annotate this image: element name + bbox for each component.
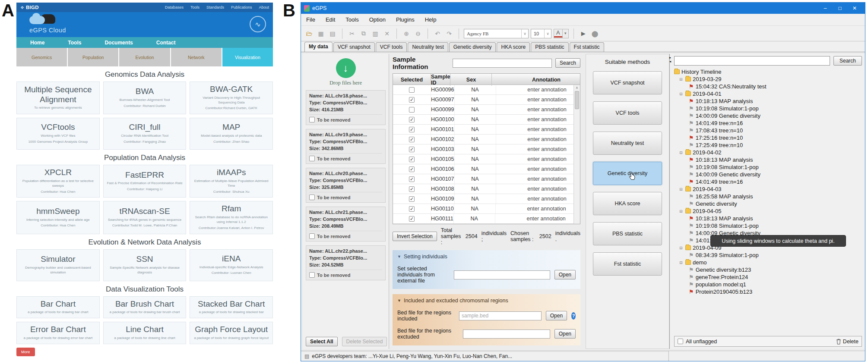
table-row[interactable]: HG00111NAenter annotation bbox=[393, 214, 573, 224]
tool-card-multiple-sequence-alignment[interactable]: Multiple Sequence AlignmentTo retrieve g… bbox=[16, 82, 100, 114]
annotation-cell[interactable]: enter annotation bbox=[496, 105, 599, 114]
tree-search-button[interactable]: Search bbox=[833, 56, 862, 66]
column-header-sex[interactable]: Sex bbox=[450, 74, 492, 86]
tab-hka-score[interactable]: HKA score bbox=[497, 42, 530, 52]
tree-item[interactable]: ⚑08:34:39 Simulator:1-pop bbox=[674, 251, 862, 259]
tree-item[interactable]: ⚑14:00:09 Genetic diversity bbox=[674, 171, 862, 178]
table-row[interactable]: HG00108NAenter annotation bbox=[393, 184, 573, 194]
tree-item[interactable]: ⚑17:25:16 tree:n=10 bbox=[674, 134, 862, 141]
file-dropzone[interactable]: ↓ Drop files here bbox=[306, 57, 386, 86]
method-button-hka-score[interactable]: HKA score bbox=[593, 192, 662, 215]
column-header-selected[interactable]: Selected bbox=[393, 74, 431, 86]
open-file-icon[interactable]: 🗁 bbox=[304, 29, 314, 38]
to-be-removed-checkbox[interactable] bbox=[309, 272, 315, 278]
external-file-input[interactable] bbox=[454, 270, 550, 279]
tool-card-hmmsweep[interactable]: hmmSweepInferring selection intensity an… bbox=[16, 201, 100, 234]
topbar-link-publications[interactable]: Publications bbox=[231, 5, 252, 9]
tool-card-simulator[interactable]: SimulatorDemography builder and coalesce… bbox=[16, 249, 100, 281]
zoom-in-icon[interactable]: ⊕ bbox=[402, 29, 411, 38]
stop-icon[interactable]: ⬤ bbox=[590, 29, 600, 38]
row-checkbox[interactable] bbox=[409, 157, 415, 162]
tree-group-2019-04-01[interactable]: ⊟2019-04-01 bbox=[674, 90, 862, 97]
topbar-link-databases[interactable]: Databases bbox=[165, 5, 184, 9]
tree-root[interactable]: History Timeline bbox=[674, 68, 862, 75]
minimize-button[interactable]: – bbox=[818, 3, 833, 14]
file-card[interactable]: Name: ALL.chr19.phase...Type: CompressVC… bbox=[306, 129, 386, 164]
bed-included-open-button[interactable]: Open bbox=[546, 311, 567, 320]
bigd-brand[interactable]: ❖ BIGD bbox=[20, 5, 39, 10]
annotation-cell[interactable]: enter annotation bbox=[496, 184, 599, 194]
table-row[interactable]: HG00107NAenter annotation bbox=[393, 174, 573, 184]
tool-card-bar-chart[interactable]: Bar Charta package of tools for drawing … bbox=[16, 296, 100, 319]
expander-icon[interactable]: ⊟ bbox=[679, 187, 684, 191]
tree-item[interactable]: ⚑geneTree:Protein124 bbox=[674, 273, 862, 281]
tree-item[interactable]: ⚑Genetic diversity bbox=[674, 200, 862, 207]
tree-item[interactable]: ⚑17:08:43 tree:n=10 bbox=[674, 127, 862, 134]
table-row[interactable]: HG00097NAenter annotation bbox=[393, 95, 573, 105]
print-icon[interactable]: ▤ bbox=[328, 29, 337, 38]
paste-icon[interactable]: ▥ bbox=[371, 29, 380, 38]
tool-card-map[interactable]: MAPModel-based analysis of proteomic dat… bbox=[190, 118, 273, 150]
nav-item-home[interactable]: Home bbox=[30, 40, 44, 46]
tree-group-demo[interactable]: ⊟demo bbox=[674, 259, 862, 266]
tree-item[interactable]: ⚑16:25:58 MAP analysis bbox=[674, 193, 862, 200]
method-button-vcf-snapshot[interactable]: VCF snapshot bbox=[593, 71, 662, 94]
splitter-collapse-icons[interactable]: ▸◂ bbox=[669, 56, 671, 63]
annotation-cell[interactable]: enter annotation bbox=[496, 85, 599, 94]
file-card[interactable]: Name: ALL.chr18.phase...Type: CompressVC… bbox=[306, 90, 386, 125]
tree-item[interactable]: ⚑10:18:13 MAP analysis bbox=[674, 156, 862, 163]
method-button-vcf-tools[interactable]: VCF tools bbox=[593, 101, 662, 125]
tree-group-2019-04-03[interactable]: ⊟2019-04-03 bbox=[674, 185, 862, 193]
annotation-cell[interactable]: enter annotation bbox=[496, 194, 599, 204]
menu-plugins[interactable]: Plugins bbox=[396, 16, 415, 23]
row-checkbox[interactable] bbox=[409, 107, 415, 113]
topbar-link-about[interactable]: About bbox=[259, 5, 269, 9]
row-checkbox[interactable] bbox=[409, 117, 415, 122]
maximize-button[interactable]: □ bbox=[833, 3, 847, 14]
tree-item[interactable]: ⚑14:00:09 Genetic diversity bbox=[674, 112, 862, 119]
method-button-neutrality-test[interactable]: Neutrality test bbox=[593, 132, 662, 155]
table-row[interactable]: HG00102NAenter annotation bbox=[393, 135, 573, 144]
menu-file[interactable]: File bbox=[306, 16, 315, 23]
table-row[interactable]: HG00110NAenter annotation bbox=[393, 204, 573, 214]
all-unflagged-checkbox[interactable] bbox=[678, 339, 683, 344]
copy-icon[interactable]: ⧉ bbox=[359, 29, 368, 38]
topbar-link-tools[interactable]: Tools bbox=[190, 5, 200, 9]
method-button-fst-statistic[interactable]: Fst statistic bbox=[593, 252, 662, 276]
tree-group-2019-04-02[interactable]: ⊟2019-04-02 bbox=[674, 149, 862, 156]
table-row[interactable]: HG00100NAenter annotation bbox=[393, 115, 573, 125]
tree-item[interactable]: ⚑10:18:13 MAP analysis bbox=[674, 215, 862, 222]
annotation-cell[interactable]: enter annotation bbox=[496, 115, 599, 124]
nav-item-contact[interactable]: Contact bbox=[156, 40, 176, 46]
tree-item[interactable]: ⚑10:19:08 Simulator:1-pop bbox=[674, 163, 862, 171]
egps-cloud-logo[interactable]: eGPS Cloud bbox=[29, 13, 66, 34]
tree-item[interactable]: ⚑10:18:13 MAP analysis bbox=[674, 97, 862, 105]
to-be-removed-checkbox[interactable] bbox=[309, 195, 315, 200]
row-checkbox[interactable] bbox=[409, 87, 415, 93]
tab-pbs-statistic[interactable]: PBS statistic bbox=[531, 42, 568, 52]
tool-card-imaaps[interactable]: iMAAPsEstimation of Multiple-Wave Popula… bbox=[190, 165, 273, 198]
annotation-cell[interactable]: enter annotation bbox=[496, 95, 599, 104]
expander-icon[interactable]: ⊟ bbox=[679, 92, 684, 96]
undo-icon[interactable]: ↶ bbox=[433, 29, 442, 38]
category-tab-genomics[interactable]: Genomics bbox=[16, 48, 67, 66]
tree-item[interactable]: ⚑Genetic diversity:b123 bbox=[674, 266, 862, 273]
save-icon[interactable]: ▦ bbox=[316, 29, 326, 38]
file-card[interactable]: Name: ALL.chr20.phase...Type: CompressVC… bbox=[306, 168, 386, 203]
help-icon[interactable]: ? bbox=[571, 312, 576, 320]
tree-item[interactable]: ⚑15:04:32 CAS:Neutrality test bbox=[674, 83, 862, 90]
category-tab-evolution[interactable]: Evolution bbox=[119, 48, 170, 66]
tool-card-vcftools[interactable]: VCFtoolsWorking with VCF files1000 Genom… bbox=[16, 118, 100, 150]
annotation-cell[interactable]: enter annotation bbox=[496, 164, 599, 174]
bed-excluded-open-button[interactable]: Open bbox=[554, 329, 576, 339]
tree-item[interactable]: ⚑Protein20190405:b123 bbox=[674, 288, 862, 295]
table-scrollbar[interactable]: ∧ bbox=[573, 85, 580, 224]
font-family-select[interactable]: Agency FB ∨ bbox=[464, 29, 529, 38]
nav-item-tools[interactable]: Tools bbox=[68, 40, 81, 46]
expander-icon[interactable]: ⊟ bbox=[679, 209, 684, 213]
table-row[interactable]: HG00105NAenter annotation bbox=[393, 154, 573, 164]
more-button[interactable]: More bbox=[16, 348, 35, 356]
file-card[interactable]: Name: ALL.chr21.phase...Type: CompressVC… bbox=[306, 207, 386, 242]
tool-card-error-bar-chart[interactable]: Error Bar Charta package of tools for dr… bbox=[16, 322, 100, 344]
tool-card-ssn[interactable]: SSNSample-Specific Network analysis for … bbox=[103, 249, 187, 281]
